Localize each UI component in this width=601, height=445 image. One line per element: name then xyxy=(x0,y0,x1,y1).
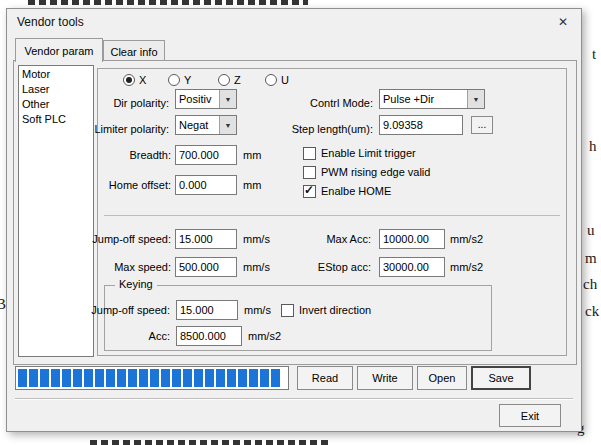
keying-groupbox: Keying Jump-off speed: mm/s Invert direc… xyxy=(104,285,492,351)
jump-off-speed-label: Jump-off speed: xyxy=(92,229,171,249)
limiter-polarity-combo[interactable]: Negat ▼ xyxy=(175,115,237,135)
estop-acc-label: EStop acc: xyxy=(318,257,371,277)
bottom-separator xyxy=(15,398,573,400)
progress-segment xyxy=(139,369,148,387)
jump-off-speed-unit: mm/s xyxy=(243,229,270,249)
read-button[interactable]: Read xyxy=(297,366,353,390)
tab-label: Vendor param xyxy=(24,45,93,57)
save-button[interactable]: Save xyxy=(471,366,531,390)
keying-acc-input[interactable] xyxy=(176,326,242,346)
progress-segment xyxy=(95,369,104,387)
keying-acc-unit: mm/s2 xyxy=(248,326,281,346)
max-acc-unit: mm/s2 xyxy=(450,229,483,249)
vendor-tools-dialog: Vendor tools ✕ Vendor param Clear info M… xyxy=(6,8,582,432)
background-scribble-bottom xyxy=(90,440,330,445)
keying-group-label: Keying xyxy=(115,278,157,290)
close-icon: ✕ xyxy=(558,15,568,29)
axis-radio-z[interactable]: Z xyxy=(218,73,241,87)
checkbox-label: Invert direction xyxy=(299,304,371,317)
open-button[interactable]: Open xyxy=(417,366,467,390)
background-text-fragment: h xyxy=(589,138,597,155)
chevron-down-icon[interactable]: ▼ xyxy=(219,90,236,108)
progress-segment xyxy=(172,369,181,387)
radio-label: U xyxy=(281,74,289,86)
home-offset-unit: mm xyxy=(243,175,261,195)
keying-jump-off-speed-unit: mm/s xyxy=(244,300,271,320)
progress-bar xyxy=(15,366,289,390)
home-offset-input[interactable] xyxy=(175,175,237,195)
keying-jump-off-speed-label: Jump-off speed: xyxy=(91,300,170,320)
axis-param-groupbox: X Y Z U Dir polarity: Positiv xyxy=(97,68,567,356)
max-speed-label: Max speed: xyxy=(114,257,171,277)
desktop-background: thumchckBg Vendor tools ✕ Vendor param C… xyxy=(0,0,601,445)
breadth-unit: mm xyxy=(243,145,261,165)
progress-segment xyxy=(249,369,258,387)
list-item-laser[interactable]: Laser xyxy=(19,82,93,97)
tab-label: Clear info xyxy=(110,46,157,58)
checkbox-icon xyxy=(303,166,316,179)
pwm-rising-edge-checkbox[interactable]: PWM rising edge valid xyxy=(303,166,430,179)
chevron-down-icon[interactable]: ▼ xyxy=(219,116,236,134)
dialog-title: Vendor tools xyxy=(17,15,84,29)
max-speed-unit: mm/s xyxy=(243,257,270,277)
invert-direction-checkbox[interactable]: Invert direction xyxy=(281,304,371,317)
exit-button[interactable]: Exit xyxy=(499,404,561,427)
checkbox-label: Enalbe HOME xyxy=(321,185,391,198)
list-item-softplc[interactable]: Soft PLC xyxy=(19,112,93,127)
jump-off-speed-input[interactable] xyxy=(175,229,237,249)
checkbox-label: PWM rising edge valid xyxy=(321,166,430,179)
close-button[interactable]: ✕ xyxy=(546,10,580,34)
progress-segment xyxy=(73,369,82,387)
step-length-browse-button[interactable]: ... xyxy=(471,116,493,134)
dialog-titlebar[interactable]: Vendor tools ✕ xyxy=(7,9,581,35)
breadth-input[interactable] xyxy=(175,145,237,165)
progress-segment xyxy=(238,369,247,387)
enable-limit-trigger-checkbox[interactable]: Enable Limit trigger xyxy=(303,147,416,160)
tab-vendor-param[interactable]: Vendor param xyxy=(15,38,103,62)
step-length-input[interactable] xyxy=(379,115,463,135)
list-item-motor[interactable]: Motor xyxy=(19,67,93,82)
list-item-other[interactable]: Other xyxy=(19,97,93,112)
vendor-param-page: Motor Laser Other Soft PLC X Y Z xyxy=(13,60,577,365)
axis-radio-y[interactable]: Y xyxy=(168,73,191,87)
max-acc-input[interactable] xyxy=(379,229,445,249)
enable-home-checkbox[interactable]: ✓ Enalbe HOME xyxy=(303,185,391,198)
contrl-mode-combo[interactable]: Pulse +Dir ▼ xyxy=(379,89,485,109)
axis-radio-u[interactable]: U xyxy=(265,73,289,87)
keying-acc-label: Acc: xyxy=(149,326,170,346)
step-length-label: Step length(um): xyxy=(292,119,373,139)
breadth-label: Breadth: xyxy=(129,145,171,165)
checkbox-checked-icon: ✓ xyxy=(303,185,316,198)
chevron-down-icon[interactable]: ▼ xyxy=(467,90,484,108)
progress-segment xyxy=(18,369,27,387)
max-speed-input[interactable] xyxy=(175,257,237,277)
radio-icon xyxy=(168,74,180,86)
radio-label: X xyxy=(139,74,146,86)
axis-radio-x[interactable]: X xyxy=(123,73,146,87)
progress-segment xyxy=(205,369,214,387)
background-text-fragment: ck xyxy=(585,303,599,320)
dir-polarity-combo[interactable]: Positiv ▼ xyxy=(175,89,237,109)
checkbox-icon xyxy=(281,304,294,317)
combo-value: Negat xyxy=(176,119,219,131)
progress-segment xyxy=(106,369,115,387)
background-text-fragment: t xyxy=(592,46,596,63)
progress-segment xyxy=(260,369,269,387)
tab-clear-info[interactable]: Clear info xyxy=(103,40,165,62)
category-listbox: Motor Laser Other Soft PLC xyxy=(18,65,94,357)
keying-jump-off-speed-input[interactable] xyxy=(176,300,238,320)
estop-acc-unit: mm/s2 xyxy=(450,257,483,277)
progress-segment xyxy=(161,369,170,387)
progress-segment xyxy=(194,369,203,387)
progress-segment xyxy=(84,369,93,387)
progress-segment xyxy=(271,369,280,387)
background-text-fragment: m xyxy=(585,250,597,267)
radio-icon xyxy=(265,74,277,86)
limiter-polarity-label: Limiter polarity: xyxy=(94,119,169,139)
contrl-mode-label: Contrl Mode: xyxy=(310,93,373,113)
combo-value: Positiv xyxy=(176,93,219,105)
estop-acc-input[interactable] xyxy=(379,257,445,277)
radio-icon xyxy=(218,74,230,86)
progress-segment xyxy=(29,369,38,387)
write-button[interactable]: Write xyxy=(357,366,413,390)
